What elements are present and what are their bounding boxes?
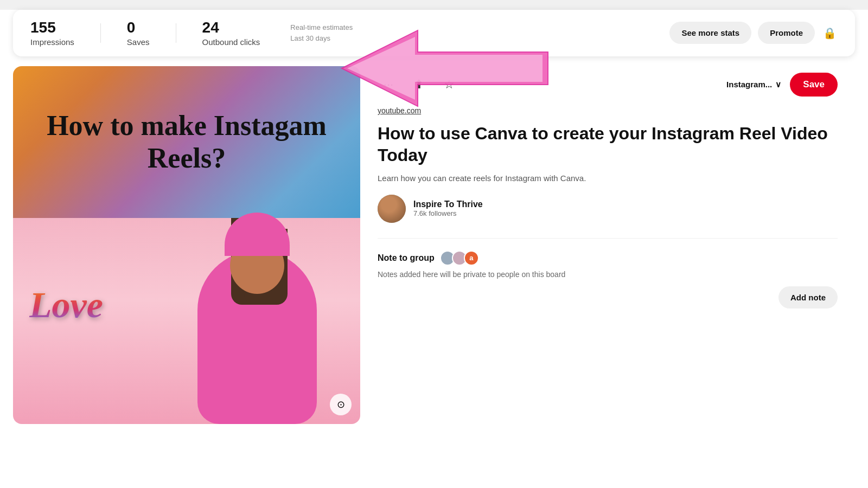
board-name: Instagram... [726,80,772,89]
realtime-info: Real-time estimates Last 30 days [290,22,353,43]
pin-actions-row: ··· ⬆ ☆ Instagram... ∨ Save [378,73,838,97]
board-selector[interactable]: Instagram... ∨ [726,80,781,89]
note-section: Note to group a Notes added here will be… [378,238,838,279]
source-link[interactable]: youtube.com [378,106,838,115]
outbound-value: 24 [202,20,219,36]
share-button[interactable]: ⬆ [408,74,430,95]
outbound-label: Outbound clicks [202,37,260,47]
pin-description: Learn how you can create reels for Insta… [378,174,838,183]
impressions-value: 155 [30,20,56,36]
save-button[interactable]: Save [790,73,838,97]
promote-button[interactable]: Promote [758,22,815,44]
stats-actions: See more stats Promote 🔒 [669,22,838,44]
author-avatar[interactable] [378,195,406,223]
author-avatar-image [378,195,406,223]
camera-symbol: ⊙ [337,399,345,410]
note-avatar-3: a [464,251,479,266]
pin-image-bottom: Love ⊙ [13,218,360,424]
star-icon: ☆ [444,78,455,92]
author-name[interactable]: Inspire To Thrive [413,200,483,209]
pin-detail: ··· ⬆ ☆ Instagram... ∨ Save youtube.com … [360,66,855,424]
impressions-label: Impressions [30,37,74,47]
more-options-button[interactable]: ··· [378,74,399,95]
more-options-icon: ··· [384,78,393,92]
woman-figure [176,240,339,424]
share-icon: ⬆ [414,78,424,92]
camera-icon[interactable]: ⊙ [330,394,352,415]
stats-bar: 155 Impressions 0 Saves 24 Outbound clic… [13,10,855,56]
saves-stat: 0 Saves [127,20,150,47]
chevron-down-icon: ∨ [775,80,781,89]
pin-main-title: How to use Canva to create your Instagra… [378,123,838,166]
pin-image-title: How to make Instagam Reels? [13,99,360,185]
love-text: Love [29,284,103,326]
outbound-stat: 24 Outbound clicks [202,20,260,47]
realtime-line1: Real-time estimates [290,22,353,33]
page-wrapper: 155 Impressions 0 Saves 24 Outbound clic… [0,10,868,488]
note-description: Notes added here will be private to peop… [378,270,838,279]
add-note-button[interactable]: Add note [778,286,838,309]
main-content: How to make Instagam Reels? Love [13,66,855,424]
stat-divider-1 [100,23,101,43]
pin-image-top: How to make Instagam Reels? [13,66,360,218]
stat-divider-2 [176,23,176,43]
realtime-line2: Last 30 days [290,33,330,44]
lock-icon: 🔒 [821,25,838,41]
saves-value: 0 [127,20,136,36]
star-button[interactable]: ☆ [438,74,460,95]
author-row: Inspire To Thrive 7.6k followers [378,195,838,223]
author-info: Inspire To Thrive 7.6k followers [413,200,483,217]
saves-label: Saves [127,37,150,47]
pin-image-container: How to make Instagam Reels? Love [13,66,360,424]
note-avatars: a [440,251,479,266]
note-header: Note to group a [378,251,838,266]
impressions-stat: 155 Impressions [30,20,74,47]
author-followers: 7.6k followers [413,209,483,217]
note-title: Note to group [378,253,435,263]
see-more-stats-button[interactable]: See more stats [669,22,751,44]
